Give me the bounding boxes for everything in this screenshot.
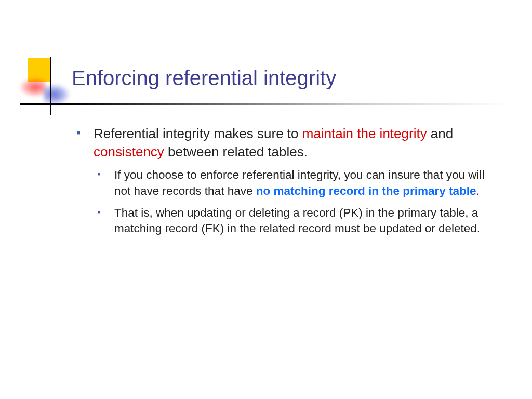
highlight-blue: no matching record in the primary table <box>256 184 476 197</box>
vertical-divider <box>50 57 51 115</box>
slide-title: Enforcing referential integrity <box>72 66 336 90</box>
text-segment: between related tables. <box>164 144 308 159</box>
bullet-main-1: Referential integrity makes sure to main… <box>73 125 499 237</box>
red-blur-icon <box>20 78 46 97</box>
slide-corner-decoration <box>20 58 66 105</box>
text-segment: That is, when <box>114 206 187 219</box>
bullet-sub-1: If you choose to enforce referential int… <box>94 167 499 199</box>
highlight-red: maintain the integrity <box>302 126 427 141</box>
text-segment: and <box>427 126 454 141</box>
slide-content: Referential integrity makes sure to main… <box>73 125 499 243</box>
bullet-sub-2: That is, when updating or deleting a rec… <box>94 205 499 237</box>
text-segment: . <box>476 184 480 197</box>
horizontal-divider <box>20 103 508 105</box>
text-segment: Referential integrity makes sure to <box>94 126 302 141</box>
highlight-red: consistency <box>94 144 164 159</box>
blue-blur-icon <box>44 84 70 105</box>
